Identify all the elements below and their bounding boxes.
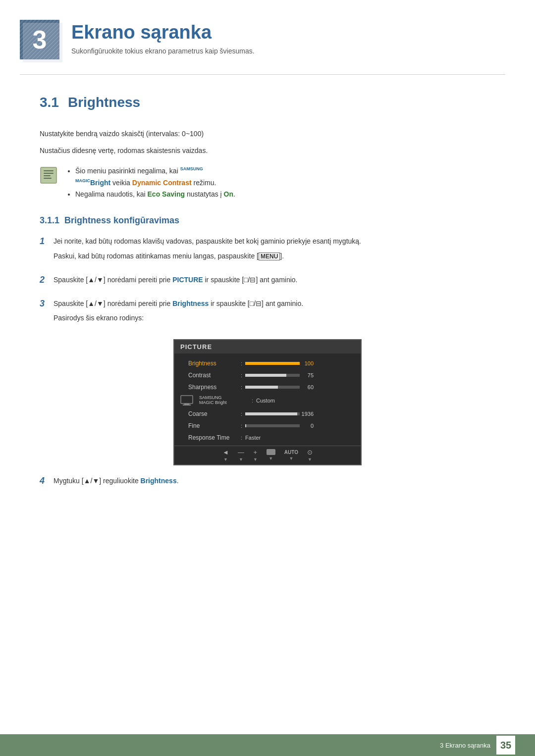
svg-rect-3	[44, 173, 54, 174]
subsection-311-title: 3.1.1 Brightness konfigūravimas	[40, 215, 495, 226]
fine-bar-bg	[245, 424, 300, 427]
brightness-bar-wrapper	[245, 362, 300, 365]
coarse-bar-wrapper	[245, 412, 300, 415]
magic-bright-value: Custom	[256, 398, 275, 403]
coarse-label: Coarse	[188, 410, 238, 417]
section-31-title: 3.1Brightness	[40, 95, 495, 114]
step-4-number: 4	[40, 475, 54, 486]
sharpness-bar-wrapper	[245, 386, 300, 389]
svg-rect-4	[44, 175, 51, 176]
step-3-subtext: Pasirodys šis ekrano rodinys:	[54, 312, 495, 324]
brightness-label: Brightness	[188, 360, 238, 367]
menu-key: MENU	[259, 252, 280, 260]
sharpness-label: Sharpness	[188, 384, 238, 391]
page-footer: 3 Ekrano sąranka 35	[0, 734, 535, 756]
header-text-block: Ekrano sąranka Sukonfigūruokite tokius e…	[71, 20, 255, 55]
brightness-bar-bg	[245, 362, 300, 365]
toolbar-item-close: ⊙ ▼	[307, 449, 313, 462]
note-item-1: Šio meniu pasirinkti negalima, kai SAMSU…	[75, 165, 235, 189]
sharpness-bar-fill	[245, 386, 278, 389]
menu-item-contrast: Contrast : 75	[174, 369, 361, 381]
svg-rect-7	[184, 403, 189, 404]
main-content: 3.1Brightness Nustatykite bendrą vaizdo …	[0, 75, 535, 529]
chapter-number-box: 3	[20, 20, 59, 59]
contrast-bar-wrapper	[245, 374, 300, 377]
contrast-value: 75	[300, 372, 314, 378]
contrast-label: Contrast	[188, 372, 238, 379]
menu-item-fine: Fine : 0	[174, 420, 361, 432]
page-header: 3 Ekrano sąranka Sukonfigūruokite tokius…	[0, 0, 535, 74]
step-3-content: Spauskite [▲/▼] norėdami pereiti prie Br…	[54, 298, 495, 328]
step-3-number: 3	[40, 298, 54, 309]
toolbar-item-enter: ▼	[267, 449, 275, 461]
step-1-content: Jei norite, kad būtų rodomas klavišų vad…	[54, 236, 495, 265]
note-box: Šio meniu pasirinkti negalima, kai SAMSU…	[40, 165, 495, 201]
note-icon	[40, 166, 57, 184]
brightness-bar-fill	[245, 362, 300, 365]
magic-bright-label: SAMSUNG MAGIC Bright	[199, 396, 249, 405]
footer-page-number: 35	[496, 736, 515, 755]
contrast-bar-fill	[245, 374, 286, 377]
fine-bar-wrapper	[245, 424, 300, 427]
coarse-bar-bg	[245, 412, 300, 415]
response-time-label: Response Time	[188, 434, 238, 441]
svg-rect-5	[44, 178, 52, 179]
monitor-icon	[180, 395, 193, 407]
svg-rect-8	[183, 404, 191, 405]
step-3-text: Spauskite [▲/▼] norėdami pereiti prie Br…	[54, 298, 495, 310]
step-1-number: 1	[40, 236, 54, 247]
fine-label: Fine	[188, 422, 238, 429]
contrast-bar-bg	[245, 374, 300, 377]
sharpness-bar-bg	[245, 386, 300, 389]
body-text-2: Nustačius didesnę vertę, rodomas skaiste…	[40, 145, 495, 156]
screen-mockup-wrapper: PICTURE Brightness : 100 Contrast	[40, 339, 495, 465]
step-4-content: Mygtuku [▲/▼] reguliuokite Brightness.	[54, 475, 495, 490]
step-4: 4 Mygtuku [▲/▼] reguliuokite Brightness.	[40, 475, 495, 490]
screen-header: PICTURE	[174, 340, 361, 353]
chapter-subtitle: Sukonfigūruokite tokius ekrano parametru…	[71, 47, 255, 55]
body-text-1: Nustatykite bendrą vaizdo skaisčtį (inte…	[40, 128, 495, 139]
brightness-value: 100	[300, 360, 314, 366]
footer-text: 3 Ekrano sąranka	[440, 742, 490, 749]
step-2-number: 2	[40, 274, 54, 285]
step-1: 1 Jei norite, kad būtų rodomas klavišų v…	[40, 236, 495, 265]
step-2: 2 Spauskite [▲/▼] norėdami pereiti prie …	[40, 274, 495, 289]
menu-item-sharpness: Sharpness : 60	[174, 381, 361, 393]
step-3: 3 Spauskite [▲/▼] norėdami pereiti prie …	[40, 298, 495, 328]
step-2-content: Spauskite [▲/▼] norėdami pereiti prie PI…	[54, 274, 495, 289]
toolbar-item-plus: + ▼	[253, 449, 258, 462]
response-time-value: Faster	[245, 435, 261, 441]
menu-item-brightness: Brightness : 100	[174, 357, 361, 369]
coarse-value: 1936	[300, 411, 314, 417]
screen-body: Brightness : 100 Contrast :	[174, 353, 361, 446]
fine-value: 0	[300, 423, 314, 429]
chapter-number: 3	[33, 27, 47, 52]
chapter-title: Ekrano sąranka	[71, 22, 255, 43]
step-1-text1: Jei norite, kad būtų rodomas klavišų vad…	[54, 236, 495, 248]
menu-item-response-time: Response Time : Faster	[174, 432, 361, 444]
note-item-2: Negalima naudotis, kai Eco Saving nustat…	[75, 189, 235, 201]
fine-bar-fill	[245, 424, 246, 427]
svg-rect-2	[44, 170, 54, 171]
toolbar-item-left: ◄ ▼	[222, 449, 229, 462]
note-list: Šio meniu pasirinkti negalima, kai SAMSU…	[65, 165, 235, 201]
sharpness-value: 60	[300, 384, 314, 390]
svg-rect-6	[181, 396, 193, 403]
menu-item-magic-bright: SAMSUNG MAGIC Bright : Custom	[174, 393, 361, 408]
menu-item-coarse: Coarse : 1936	[174, 408, 361, 420]
screen-mockup: PICTURE Brightness : 100 Contrast	[173, 339, 362, 465]
step-4-text: Mygtuku [▲/▼] reguliuokite Brightness.	[54, 475, 495, 487]
toolbar-item-auto: AUTO ▼	[284, 450, 298, 461]
coarse-bar-fill	[245, 412, 297, 415]
screen-toolbar: ◄ ▼ — ▼ + ▼ ▼ AUTO ▼	[174, 446, 361, 464]
step-1-text2: Paskui, kad būtų rodomas atitinkamas men…	[54, 251, 495, 262]
step-2-text: Spauskite [▲/▼] norėdami pereiti prie PI…	[54, 274, 495, 286]
toolbar-item-minus: — ▼	[238, 449, 244, 462]
